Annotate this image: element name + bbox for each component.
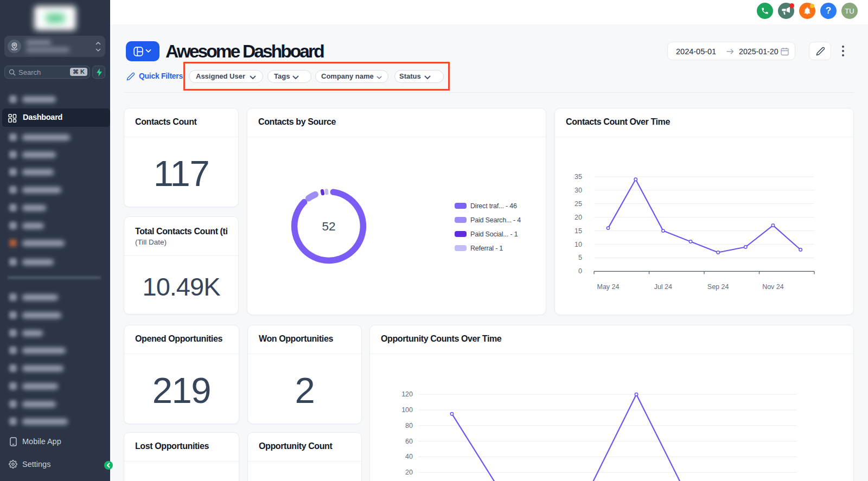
svg-text:40: 40	[405, 453, 413, 460]
svg-text:10: 10	[575, 241, 582, 248]
svg-text:0: 0	[578, 267, 582, 275]
svg-text:35: 35	[575, 173, 582, 181]
svg-text:5: 5	[578, 254, 582, 261]
svg-text:May 24: May 24	[597, 283, 620, 291]
svg-text:Jul 24: Jul 24	[654, 283, 672, 291]
svg-text:30: 30	[575, 187, 582, 194]
svg-text:25: 25	[575, 200, 582, 208]
svg-text:20: 20	[405, 469, 413, 476]
svg-text:Sep 24: Sep 24	[707, 283, 729, 291]
svg-text:80: 80	[405, 422, 413, 429]
svg-text:120: 120	[401, 390, 413, 398]
svg-text:15: 15	[575, 227, 582, 235]
svg-text:20: 20	[575, 214, 582, 221]
svg-text:52: 52	[322, 220, 335, 233]
svg-text:100: 100	[401, 406, 413, 414]
svg-text:Nov 24: Nov 24	[762, 283, 784, 291]
svg-text:60: 60	[405, 438, 413, 445]
